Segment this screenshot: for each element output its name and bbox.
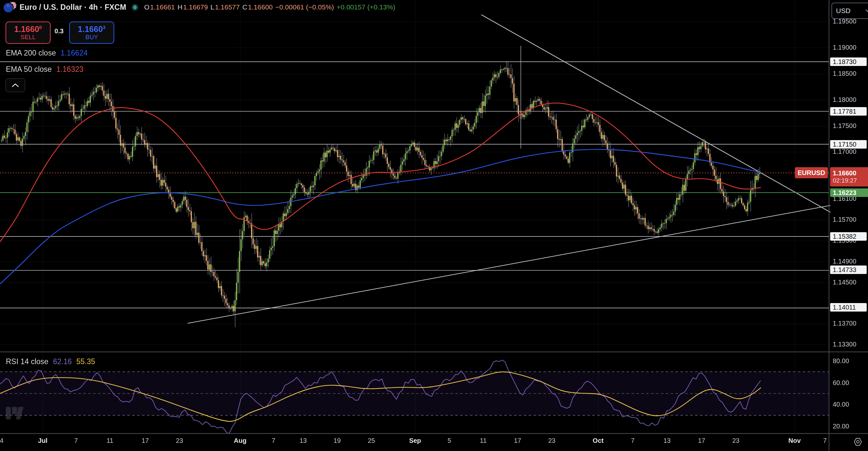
bar-countdown: 02:19:27 — [833, 177, 868, 184]
price-axis-label: 1.17781 — [830, 107, 867, 116]
symbol-header: Euro / U.S. Dollar · 4h · FXCM O1.16661 … — [3, 1, 395, 13]
chart-window: Euro / U.S. Dollar · 4h · FXCM O1.16661 … — [0, 0, 868, 451]
time-axis-label: 23 — [732, 436, 739, 445]
time-axis-label: 7 — [272, 436, 275, 445]
currency-toggle-button[interactable]: USD — [832, 3, 868, 19]
settings-button[interactable] — [851, 435, 865, 449]
change-value: −0.00061 (−0.05%) — [275, 3, 334, 11]
current-price-badge: 1.16600 02:19:27 — [830, 167, 868, 187]
price-axis-label: 1.15700 — [833, 216, 867, 223]
price-line-symbol-label: EURUSD — [795, 167, 828, 178]
eurusd-flag-icon — [3, 2, 16, 13]
chevron-up-icon — [12, 83, 19, 87]
low-label: L — [211, 3, 214, 11]
open-value: 1.16661 — [150, 3, 175, 11]
ema50-legend[interactable]: EMA 50 close 1.16323 — [6, 65, 84, 74]
rsi-value: 62.16 — [53, 357, 72, 366]
rsi-axis-label: 20.00 — [833, 422, 865, 430]
ema200-legend[interactable]: EMA 200 close 1.16624 — [6, 49, 88, 57]
time-axis-label: Oct — [593, 436, 603, 445]
time-axis-label: 11 — [480, 436, 487, 445]
time-axis-label: 5 — [447, 436, 451, 445]
price-axis-label: 1.14500 — [833, 278, 867, 286]
ema50-label: EMA 50 close — [6, 65, 52, 74]
ohlc-readout: O1.16661 H1.16679 L1.16577 C1.16600 −0.0… — [144, 3, 396, 11]
high-value: 1.16679 — [183, 3, 208, 11]
ema200-label: EMA 200 close — [6, 49, 56, 57]
settings-icon — [853, 437, 863, 447]
price-axis-label: 1.14900 — [833, 257, 867, 265]
time-axis-label: 17 — [698, 436, 705, 445]
time-axis-label: 4 — [0, 436, 4, 445]
buy-button[interactable]: 1.16603 BUY — [69, 22, 114, 44]
time-axis-label: 7 — [631, 436, 634, 445]
collapse-legend-button[interactable] — [5, 78, 25, 92]
market-status-icon[interactable] — [131, 4, 138, 11]
chevron-down-icon — [865, 9, 868, 12]
price-axis-label: 1.17000 — [833, 148, 867, 156]
price-axis-label: 1.19000 — [833, 44, 867, 51]
price-axis-label: 1.18500 — [833, 69, 867, 77]
open-label: O — [144, 3, 150, 11]
time-axis-label: 13 — [663, 436, 671, 445]
symbol-title[interactable]: Euro / U.S. Dollar · 4h · FXCM — [20, 3, 126, 12]
time-axis-label: 17 — [142, 436, 149, 445]
price-chart-canvas[interactable] — [0, 0, 868, 451]
close-value: 1.16600 — [248, 3, 273, 11]
time-axis-label: 7 — [74, 436, 78, 445]
price-axis-label: 1.15382 — [830, 232, 867, 241]
time-axis-label: Jul — [38, 436, 48, 445]
rsi-legend[interactable]: RSI 14 close 62.16 55.35 — [6, 357, 95, 366]
time-axis-label: 13 — [300, 436, 307, 445]
rsi-ma-value: 55.35 — [76, 357, 95, 366]
time-axis-label: 19 — [334, 436, 341, 445]
time-axis-label: 11 — [107, 436, 114, 445]
indicator-value-badge: 1.16223 — [830, 189, 868, 197]
price-axis-label: 1.17150 — [830, 140, 867, 149]
price-axis-label: 1.14011 — [830, 303, 867, 312]
spread-value: 0.3 — [53, 27, 65, 35]
time-axis-label: Sep — [409, 436, 421, 445]
price-axis-label: 1.18730 — [830, 57, 867, 66]
time-axis-label: 23 — [176, 436, 183, 445]
ema200-value: 1.16624 — [60, 49, 88, 57]
time-axis-label: Nov — [788, 436, 801, 445]
rsi-label: RSI 14 close — [6, 357, 48, 366]
time-axis-label: 17 — [514, 436, 521, 445]
high-label: H — [178, 3, 182, 11]
time-axis-label: 7 — [823, 436, 827, 445]
price-axis-label: 1.17500 — [833, 122, 867, 130]
rsi-axis-label: 80.00 — [833, 357, 865, 365]
time-axis-label: 23 — [548, 436, 555, 445]
time-axis-label: Aug — [234, 436, 247, 445]
time-axis-label: 25 — [368, 436, 375, 445]
price-axis-label: 1.18000 — [833, 96, 867, 104]
tradingview-logo — [5, 405, 24, 421]
price-axis-label: 1.14733 — [830, 265, 867, 274]
price-axis-label: 1.13700 — [833, 319, 867, 327]
low-value: 1.16577 — [215, 3, 240, 11]
extended-change-value: +0.00157 (+0.13%) — [337, 3, 396, 11]
close-label: C — [243, 3, 247, 11]
price-axis-label: 1.13300 — [833, 340, 867, 348]
ema50-value: 1.16323 — [57, 65, 84, 74]
rsi-axis-label: 40.00 — [833, 400, 865, 408]
rsi-axis-label: 60.00 — [833, 379, 865, 387]
sell-button[interactable]: 1.16600 SELL — [5, 22, 51, 44]
